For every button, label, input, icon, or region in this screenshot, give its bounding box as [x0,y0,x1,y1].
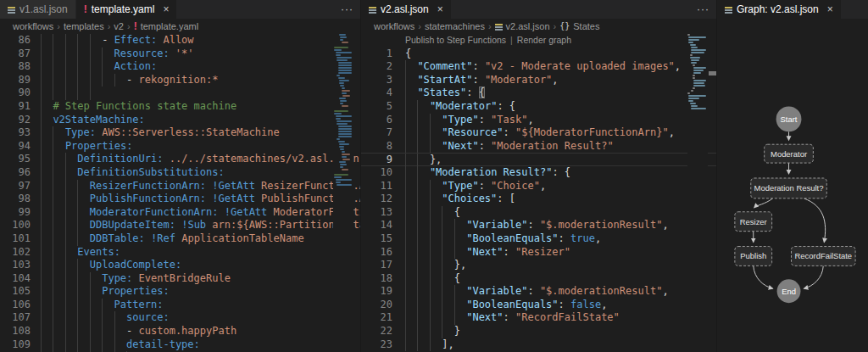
breadcrumb-separator-icon: › [554,21,557,31]
line-number: 9 [361,154,392,167]
minimap-line [693,77,695,79]
breadcrumb-label: States [573,21,599,31]
indent-guides [41,34,102,47]
warning-file-icon: ! [134,21,137,31]
editor-actions-more-icon[interactable]: ··· [697,0,709,19]
minimap-line [693,82,704,84]
indent-guides [41,338,126,352]
breadcrumb-item-workflows[interactable]: workflows [13,21,53,31]
code-token: , [662,219,668,231]
code-line: 90 [0,87,360,100]
line-number: 15 [361,232,392,246]
minimap-line [693,85,705,87]
line-number: 106 [0,299,31,312]
codelens-link-publish[interactable]: Publish to Step Functions [405,35,506,45]
line-content: "Choices": [ [405,193,515,206]
breadcrumb-item-template-yaml[interactable]: !template.yaml [134,21,198,31]
minimap-line [338,136,352,137]
breadcrumb-item-states[interactable]: {}States [559,21,599,31]
code-token: "Resource" [442,126,503,138]
indent-guides [41,206,90,220]
indent-guides [405,140,442,154]
indent-guides [405,325,454,338]
breadcrumb-label: workflows [374,21,415,31]
indent-guides [41,193,90,206]
breadcrumb-item-statemachines[interactable]: statemachines [425,21,485,31]
minimap-line [336,54,341,56]
code-token: detail-type: [126,338,200,350]
tab-template-yaml[interactable]: !template.yaml× [76,0,178,19]
code-token: EventBridgeRule [132,272,231,284]
minimap-line [342,156,348,158]
code-token: , [552,74,558,86]
code-editor-v2-asl-json[interactable]: Publish to Step Functions|Render graph1{… [361,34,716,352]
code-line: 19"Variable": "$.moderationResult", [361,285,716,299]
line-number: 91 [0,100,31,114]
code-line: 103UploadComplete: [0,259,360,272]
code-line: 21"Next": "RecordFailState" [361,311,716,325]
code-token: : [ [497,193,515,204]
indent-guides [41,126,65,140]
breadcrumb: workflows›templates›v2›!template.yaml [0,19,360,34]
minimap-line [338,64,352,66]
code-token: custom.happyPath [139,325,237,337]
line-number: 17 [361,259,392,272]
minimap[interactable] [333,34,353,352]
codelens-link-render-graph[interactable]: Render graph [517,35,571,45]
code-token: "Moderator" [430,100,497,112]
indent-guides [405,74,417,87]
editor-actions-more-icon[interactable]: ··· [341,0,353,19]
minimap-line [338,67,352,69]
code-token: "Task" [491,114,527,126]
graph-node-moderator: Moderator [765,144,814,163]
code-line: 1{ [361,47,716,61]
minimap[interactable] [687,34,708,352]
tab-v1-asl-json[interactable]: v1.asl.json [0,0,76,19]
code-token: { [405,47,411,59]
breadcrumb-label: v2.asl.json [506,21,550,31]
code-line: 86- Effect: Allow [0,34,360,47]
code-token: !GetAtt [206,180,255,192]
line-content: v2StateMachine: [41,114,145,127]
close-icon[interactable]: × [437,4,443,14]
breadcrumb-item-v2-asl-json[interactable]: v2.asl.json [495,21,550,31]
code-line: 22} [361,325,716,338]
line-number: 1 [361,47,392,61]
code-token: false [570,299,601,310]
breadcrumb-item-v2[interactable]: v2 [114,21,124,31]
minimap-line [336,179,352,181]
minimap-line [342,90,350,92]
indent-guides [405,232,466,246]
close-icon[interactable]: × [163,4,169,14]
scrollbar-marker[interactable] [709,71,716,75]
indent-guides [405,206,454,220]
code-line: 23], [361,338,716,352]
tab-v2-asl-json[interactable]: v2.asl.json× [361,0,452,19]
code-editor-template-yaml[interactable]: 86- Effect: Allow87Resource: '*'88Action… [0,34,360,352]
minimap-line [687,34,690,36]
code-token: !Ref [145,232,175,244]
breadcrumb-label: statemachines [425,21,485,31]
minimap-line [337,184,352,186]
breadcrumb-item-workflows[interactable]: workflows [374,21,415,31]
breadcrumb-item-templates[interactable]: templates [64,21,104,31]
line-content: "BooleanEquals": true, [405,232,601,246]
object-braces-icon: {} [559,22,570,31]
minimap-line [693,72,701,74]
code-token: Allow [157,34,193,46]
tab-label: v1.asl.json [19,3,68,15]
graph-node-label: Moderation Result? [754,183,824,193]
minimap-line [688,100,693,102]
line-number: 102 [0,246,31,260]
indent-guides [405,100,430,114]
indent-guides [41,311,126,325]
line-content: - rekognition:* [41,74,218,87]
minimap-line [338,70,352,71]
code-token: : { [497,100,515,112]
graph-edge-moderation-result-to-recordfailstate [804,198,825,243]
minimap-line [340,103,343,104]
indent-guides [405,338,442,352]
minimap-line [336,118,341,120]
minimap-line [688,39,699,41]
line-content: - custom.happyPath [41,325,236,338]
